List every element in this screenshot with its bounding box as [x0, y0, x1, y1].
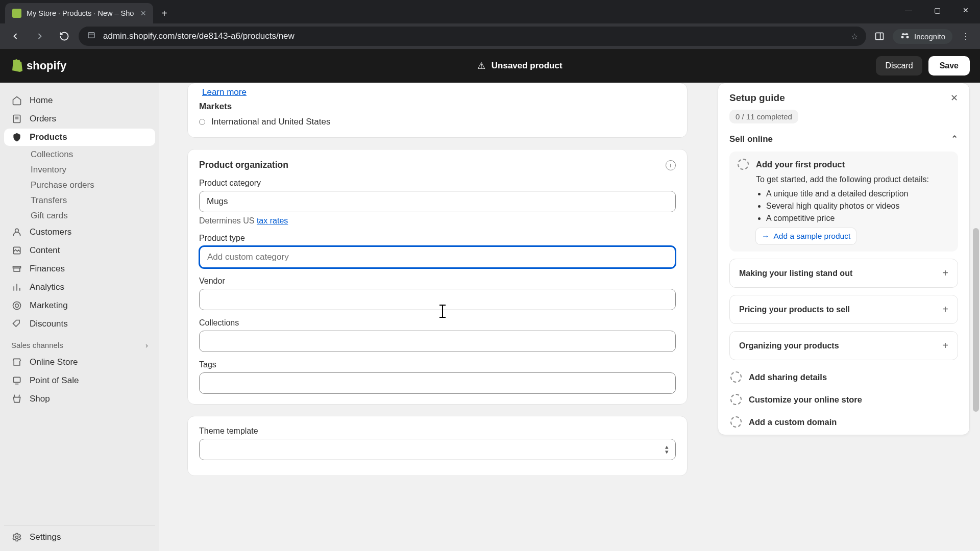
guide-title: Setup guide [729, 92, 785, 104]
nav-products[interactable]: Products [4, 129, 155, 146]
arrow-right-icon: → [762, 232, 770, 241]
collections-label: Collections [199, 318, 676, 328]
tab-close-icon[interactable]: × [140, 8, 146, 19]
incognito-label: Incognito [914, 32, 945, 41]
window-close[interactable]: ✕ [951, 0, 980, 20]
tab-favicon [12, 9, 21, 18]
tax-rates-link[interactable]: tax rates [257, 216, 288, 225]
nav-point-of-sale[interactable]: Point of Sale [4, 372, 155, 389]
nav-settings[interactable]: Settings [4, 529, 155, 546]
product-type-input[interactable] [199, 246, 676, 268]
nav-orders[interactable]: Orders [4, 110, 155, 128]
discounts-icon [11, 318, 22, 330]
learn-more-link[interactable]: Learn more [202, 87, 247, 97]
theme-label: Theme template [199, 427, 676, 436]
back-button[interactable] [5, 26, 26, 46]
nav-discounts[interactable]: Discounts [4, 315, 155, 333]
category-label: Product category [199, 179, 676, 188]
add-sample-product-link[interactable]: → Add a sample product [756, 228, 856, 244]
vendor-input[interactable] [199, 289, 676, 310]
warning-icon: ⚠ [477, 60, 485, 71]
collections-input[interactable] [199, 331, 676, 352]
nav-online-store[interactable]: Online Store [4, 354, 155, 371]
svg-point-8 [15, 304, 19, 308]
task-status-icon [730, 371, 742, 383]
nav-content[interactable]: Content [4, 242, 155, 259]
chrome-menu-icon[interactable]: ⋮ [957, 27, 975, 45]
close-icon[interactable]: ✕ [950, 92, 958, 104]
window-minimize[interactable]: — [894, 0, 923, 20]
markets-label: Markets [199, 102, 676, 112]
sales-channels-header[interactable]: Sales channels› [4, 334, 155, 354]
side-panel-icon[interactable] [870, 27, 889, 45]
task-status-icon[interactable] [738, 159, 749, 170]
bullet-1: A unique title and a detailed descriptio… [766, 189, 950, 198]
status-circle-icon [199, 119, 205, 125]
new-tab-button[interactable]: + [153, 3, 176, 23]
finances-icon [11, 263, 22, 274]
svg-rect-6 [14, 268, 20, 271]
incognito-indicator[interactable]: Incognito [893, 29, 952, 44]
window-maximize[interactable]: ▢ [923, 0, 951, 20]
save-button[interactable]: Save [928, 56, 970, 76]
nav-gift-cards[interactable]: Gift cards [4, 208, 155, 223]
unsaved-label: Unsaved product [492, 61, 562, 71]
task-pricing[interactable]: Pricing your products to sell+ [729, 295, 958, 324]
scrollbar-thumb[interactable] [973, 228, 979, 412]
nav-transfers[interactable]: Transfers [4, 193, 155, 208]
nav-inventory[interactable]: Inventory [4, 162, 155, 178]
tags-input[interactable] [199, 372, 676, 394]
analytics-icon [11, 282, 22, 293]
task-intro: To get started, add the following produc… [756, 175, 929, 184]
incognito-icon [900, 33, 910, 40]
info-icon[interactable]: i [666, 160, 676, 170]
task-add-first-product: Add your first product To get started, a… [729, 152, 958, 252]
nav-shop[interactable]: Shop [4, 390, 155, 408]
theme-template-select[interactable] [199, 439, 676, 460]
brand-text: shopify [27, 59, 66, 72]
task-sharing[interactable]: Add sharing details [729, 371, 958, 383]
chevron-right-icon: › [145, 341, 148, 349]
marketing-icon [11, 300, 22, 311]
nav-home[interactable]: Home [4, 92, 155, 109]
content-icon [11, 245, 22, 256]
task-listing[interactable]: Making your listing stand out+ [729, 259, 958, 288]
task-status-icon [730, 394, 742, 405]
customers-icon [11, 227, 22, 238]
nav-analytics[interactable]: Analytics [4, 279, 155, 296]
task-domain[interactable]: Add a custom domain [729, 416, 958, 428]
shop-icon [11, 393, 22, 405]
sell-online-section[interactable]: Sell online ⌃ [729, 134, 958, 144]
task-organizing[interactable]: Organizing your products+ [729, 331, 958, 360]
tab-title: My Store · Products · New – Sho [27, 9, 135, 17]
type-label: Product type [199, 234, 676, 243]
nav-collections[interactable]: Collections [4, 147, 155, 162]
browser-tab[interactable]: My Store · Products · New – Sho × [5, 3, 153, 23]
task-customize[interactable]: Customize your online store [729, 394, 958, 405]
task-status-icon [730, 416, 742, 428]
vendor-label: Vendor [199, 277, 676, 286]
product-organization-card: Product organization i Product category … [187, 149, 688, 405]
svg-rect-0 [88, 33, 94, 38]
site-info-icon[interactable] [87, 31, 96, 42]
nav-customers[interactable]: Customers [4, 223, 155, 241]
plus-icon: + [942, 267, 948, 279]
nav-marketing[interactable]: Marketing [4, 297, 155, 314]
address-bar[interactable]: admin.shopify.com/store/de8143-a6/produc… [79, 27, 866, 46]
tax-rates-text: Determines US tax rates [199, 216, 676, 226]
shopify-logo[interactable]: shopify [10, 59, 163, 72]
markets-card: Learn more Markets International and Uni… [187, 83, 688, 138]
discard-button[interactable]: Discard [876, 56, 922, 76]
nav-purchase-orders[interactable]: Purchase orders [4, 178, 155, 193]
forward-button[interactable] [30, 26, 50, 46]
products-icon [11, 132, 22, 143]
plus-icon: + [942, 340, 948, 352]
category-input[interactable] [199, 191, 676, 212]
bookmark-icon[interactable]: ☆ [851, 32, 858, 41]
nav-finances[interactable]: Finances [4, 260, 155, 278]
shopify-logo-icon [10, 59, 23, 72]
svg-point-7 [13, 302, 21, 310]
markets-value: International and United States [211, 117, 330, 127]
tags-label: Tags [199, 360, 676, 369]
reload-button[interactable] [54, 26, 75, 46]
